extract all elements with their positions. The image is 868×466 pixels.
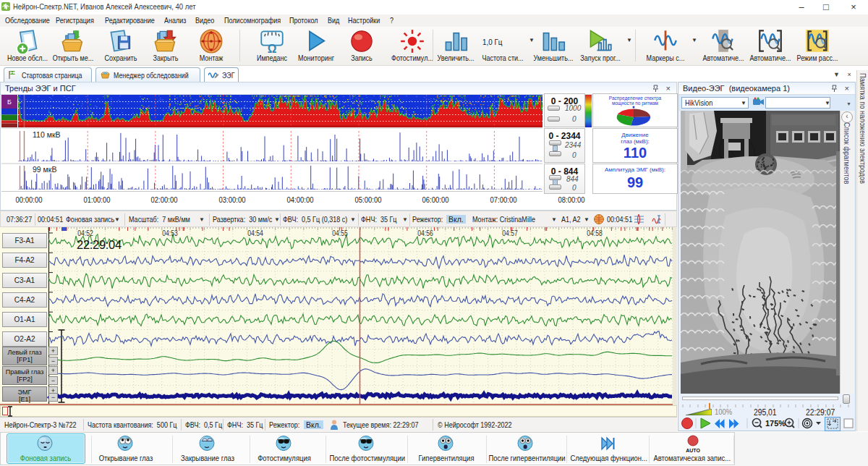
svg-text:175%: 175% — [765, 419, 786, 428]
svg-text:AUTO: AUTO — [686, 448, 700, 453]
